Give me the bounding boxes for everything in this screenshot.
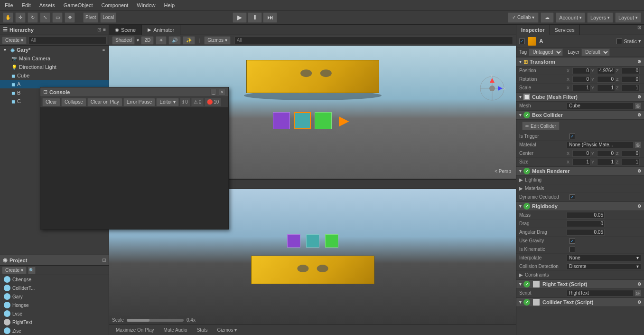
hierarchy-search-input[interactable] [28, 37, 107, 44]
hierarchy-scene[interactable]: ▾ ◉ Gary* ≡ [0, 46, 109, 54]
menu-item-component[interactable]: Component [99, 2, 130, 8]
is-kinematic-checkbox[interactable] [569, 247, 575, 252]
menu-item-window[interactable]: Window [135, 2, 157, 8]
mass-input[interactable] [567, 212, 605, 219]
layer-dropdown[interactable]: Default [581, 48, 610, 56]
project-item-collidert[interactable]: ColliderT... [0, 284, 109, 292]
static-dropdown[interactable]: ▾ [638, 38, 641, 44]
materials-header[interactable]: ▶ Materials [519, 184, 641, 193]
cube-teal[interactable] [294, 112, 311, 129]
shaded-dropdown[interactable]: ▾ [137, 38, 139, 43]
inspector-pin[interactable]: ⊡ [635, 25, 644, 35]
box-collider-settings[interactable]: ⚙ [637, 113, 641, 117]
animator-tab[interactable]: ▶ Animator [142, 25, 180, 35]
rot-y-input[interactable] [597, 76, 615, 83]
pos-x-input[interactable] [572, 67, 590, 74]
pause-button[interactable]: ⏸ [248, 12, 262, 23]
rect-tool[interactable]: ▭ [52, 12, 63, 23]
rigidbody-settings[interactable]: ⚙ [637, 204, 641, 209]
menu-item-file[interactable]: File [3, 2, 15, 8]
menu-item-help[interactable]: Help [162, 2, 177, 8]
mesh-filter-settings[interactable]: ⚙ [637, 95, 641, 99]
console-clear-on-play-btn[interactable]: Clear on Play [87, 98, 122, 106]
project-pin[interactable]: ⊡ [102, 258, 106, 263]
yellow-platform[interactable] [246, 60, 379, 93]
cy-input[interactable] [597, 150, 615, 157]
hierarchy-create-btn[interactable]: Create ▾ [2, 37, 27, 44]
cz-input[interactable] [622, 150, 640, 157]
is-trigger-checkbox[interactable] [569, 134, 575, 139]
audio-btn[interactable]: 🔊 [168, 36, 181, 45]
gizmos-game-btn[interactable]: Gizmos ▾ [213, 326, 241, 335]
project-item-chengse[interactable]: Chengse [0, 275, 109, 284]
layers-dropdown[interactable]: Layers [587, 12, 613, 23]
scale-x-input[interactable] [572, 85, 590, 91]
cloud-button[interactable]: ☁ [541, 12, 554, 23]
console-clear-btn[interactable]: Clear [42, 98, 60, 106]
hierarchy-pin[interactable]: ⊡ [97, 27, 101, 32]
lighting-header[interactable]: ▶ Lighting [519, 176, 641, 184]
collision-detection-dropdown[interactable]: Discrete ▾ [567, 263, 641, 270]
console-titlebar[interactable]: ⊡ Console _ × [40, 87, 228, 97]
transform-tool[interactable]: ❖ [65, 12, 75, 23]
angular-drag-input[interactable] [567, 229, 605, 236]
account-dropdown[interactable]: Account [556, 12, 585, 23]
menu-item-gameobject[interactable]: GameObject [62, 2, 95, 8]
2d-btn[interactable]: 2D [141, 36, 154, 45]
project-search-btn[interactable]: 🔍 [28, 267, 36, 274]
project-item-righttext[interactable]: RightText [0, 318, 109, 326]
hierarchy-menu[interactable]: ≡ [103, 27, 106, 32]
cube-green[interactable] [315, 112, 332, 129]
tag-dropdown[interactable]: Untagged [529, 48, 563, 56]
project-item-lvse[interactable]: Lvse [0, 309, 109, 318]
layout-dropdown[interactable]: Layout [615, 12, 641, 23]
project-create-btn[interactable]: Create ▾ [2, 267, 27, 274]
mesh-renderer-settings[interactable]: ⚙ [637, 169, 641, 173]
object-name-input[interactable] [539, 38, 614, 45]
rotate-tool[interactable]: ↻ [28, 12, 38, 23]
pos-z-input[interactable] [622, 67, 640, 74]
services-tab[interactable]: Services [550, 25, 580, 35]
project-item-gary[interactable]: Gary [0, 292, 109, 301]
move-tool[interactable]: ✛ [15, 12, 26, 23]
box-collider-section[interactable]: ▾ ✓ Box Collider ⚙ [516, 110, 644, 120]
gizmos-btn[interactable]: Gizmos ▾ [204, 36, 231, 45]
stats-btn[interactable]: Stats [193, 326, 212, 335]
transform-settings[interactable]: ⚙ [637, 59, 641, 64]
project-item-zise[interactable]: Zise [0, 326, 109, 335]
dynamic-occluded-checkbox[interactable] [569, 194, 575, 200]
fx-btn[interactable]: ✨ [183, 36, 195, 45]
scene-tab[interactable]: ◉ Scene [109, 25, 142, 35]
cx-input[interactable] [572, 150, 590, 157]
camera-widget[interactable]: Y X [478, 74, 506, 105]
interpolate-dropdown[interactable]: None ▾ [567, 255, 641, 261]
lighting-btn[interactable]: ☀ [156, 36, 167, 45]
mesh-filter-section[interactable]: ▾ ⬜ Cube (Mesh Filter) ⚙ [516, 92, 644, 102]
scale-slider[interactable] [127, 319, 184, 322]
drag-input[interactable] [567, 220, 605, 227]
sz-input[interactable] [622, 159, 640, 165]
transform-section[interactable]: ▾ ⊞ Transform ⚙ [516, 57, 644, 67]
shaded-btn[interactable]: Shaded [112, 36, 135, 45]
menu-item-assets[interactable]: Assets [37, 2, 57, 8]
rigidbody-section[interactable]: ▾ ✓ Rigidbody ⚙ [516, 201, 644, 211]
hierarchy-item-cube[interactable]: ◼ Cube [0, 71, 109, 80]
collider-text-settings[interactable]: ⚙ [637, 300, 641, 305]
inspector-tab[interactable]: Inspector [516, 25, 550, 35]
menu-item-edit[interactable]: Edit [20, 2, 33, 8]
project-item-hongse[interactable]: Hongse [0, 301, 109, 309]
console-close-btn[interactable]: × [219, 89, 225, 96]
hierarchy-item-dir-light[interactable]: 💡 Directional Light [0, 63, 109, 71]
console-body[interactable] [40, 107, 228, 229]
hand-tool[interactable]: ✋ [3, 12, 13, 23]
scale-y-input[interactable] [597, 85, 615, 91]
mesh-renderer-section[interactable]: ▾ ✓ Mesh Renderer ⚙ [516, 166, 644, 176]
rot-x-input[interactable] [572, 76, 590, 83]
cube-purple[interactable] [273, 112, 290, 129]
local-btn[interactable]: Local [100, 12, 116, 23]
right-text-section[interactable]: ▾ ✓ Right Text (Script) ⚙ [516, 279, 644, 289]
use-gravity-checkbox[interactable] [569, 238, 575, 244]
constraints-header[interactable]: ▶ Constraints [519, 271, 641, 279]
collider-text-section[interactable]: ▾ ✓ Collider Text (Script) ⚙ [516, 297, 644, 307]
maximize-on-play-btn[interactable]: Maximize On Play [112, 326, 158, 335]
